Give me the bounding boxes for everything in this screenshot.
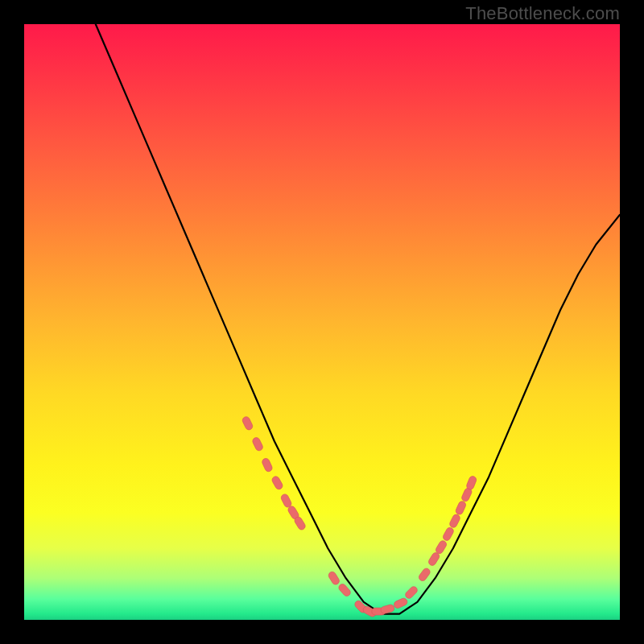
marker-point: [337, 583, 352, 598]
marker-point: [380, 604, 395, 614]
marker-point: [448, 514, 461, 529]
marker-point: [455, 500, 467, 515]
plot-area: [24, 24, 620, 620]
chart-frame: TheBottleneck.com: [0, 0, 644, 644]
curve-line: [96, 24, 620, 614]
svg-rect-8: [337, 583, 352, 598]
marker-point: [251, 436, 264, 452]
marker-point: [327, 571, 341, 586]
marker-point: [242, 415, 254, 431]
svg-rect-12: [380, 604, 395, 614]
marker-point: [393, 597, 408, 609]
marker-point: [270, 475, 283, 490]
svg-rect-20: [455, 500, 467, 515]
marker-point: [418, 567, 431, 582]
svg-rect-13: [393, 597, 408, 609]
bottleneck-chart: [24, 24, 620, 620]
watermark-text: TheBottleneck.com: [465, 3, 620, 24]
marker-point: [280, 493, 293, 508]
svg-rect-7: [327, 571, 341, 586]
svg-rect-15: [418, 567, 431, 582]
marker-point: [404, 585, 419, 600]
marker-point: [465, 475, 477, 490]
svg-rect-2: [261, 457, 273, 473]
marker-point: [261, 457, 273, 473]
svg-rect-22: [465, 475, 477, 490]
svg-rect-3: [270, 475, 283, 490]
svg-rect-0: [242, 415, 254, 431]
marker-point: [442, 526, 455, 542]
svg-rect-1: [251, 436, 264, 452]
svg-rect-19: [448, 514, 461, 529]
svg-rect-4: [280, 493, 293, 508]
svg-rect-18: [442, 526, 455, 542]
svg-rect-14: [404, 585, 419, 600]
